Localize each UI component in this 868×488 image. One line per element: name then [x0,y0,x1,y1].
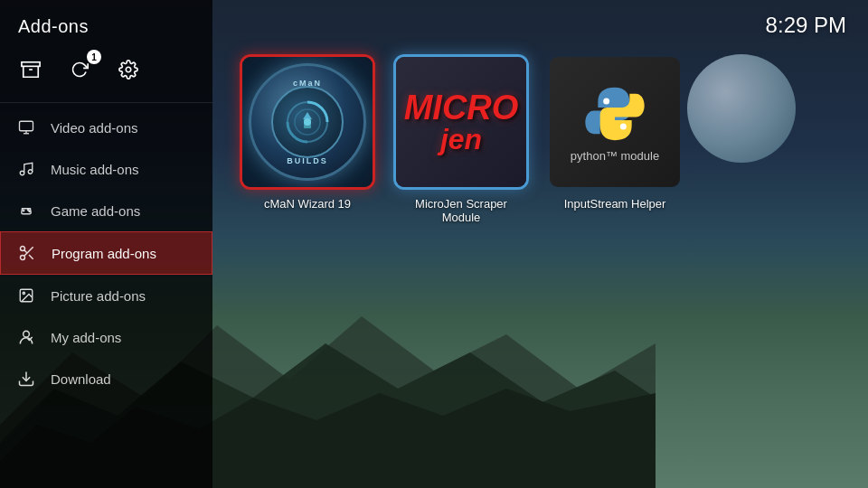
microjen-label: MicroJen ScraperModule [415,197,507,224]
program-addons-label: Program add-ons [52,246,156,261]
sidebar-toolbar: 1 [0,50,212,99]
sidebar: Add-ons 1 [0,0,212,488]
svg-point-10 [28,170,33,174]
sidebar-item-download[interactable]: Download [0,358,212,399]
music-icon [16,159,36,179]
game-addons-label: Game add-ons [51,203,140,219]
svg-point-22 [24,331,30,337]
clock: 8:29 PM [766,13,846,38]
cman-inner [271,86,344,158]
svg-point-16 [21,256,25,260]
sidebar-divider-1 [0,102,212,103]
sidebar-item-music-addons[interactable]: Music add-ons [0,148,212,190]
sidebar-item-program-addons[interactable]: Program add-ons [0,231,212,275]
my-addons-label: My add-ons [51,330,121,345]
addon-card-cman[interactable]: cMaN BUILDS [240,54,375,211]
microjen-text-micro: MICRO [404,90,519,125]
sidebar-item-picture-addons[interactable]: Picture add-ons [0,275,212,316]
download-label: Download [51,371,111,387]
picture-addons-label: Picture add-ons [51,288,146,304]
svg-line-18 [29,255,33,259]
page-title: Add-ons [0,0,212,50]
svg-line-19 [24,250,27,253]
program-icon [17,243,37,263]
game-icon [16,201,36,221]
svg-point-29 [603,98,609,104]
svg-marker-26 [303,112,312,119]
refresh-badge: 1 [87,50,101,64]
addon-card-inputstream[interactable]: python™ module InputStream Helper [547,54,683,211]
microjen-background: MICRO jen [396,57,526,187]
inputstream-label: InputStream Helper [564,197,666,211]
refresh-button[interactable]: 1 [63,53,96,86]
cman-label: cMaN Wizard 19 [264,197,351,211]
inputstream-background: python™ module [550,57,680,187]
sidebar-item-video-addons[interactable]: Video add-ons [0,107,212,148]
sidebar-item-my-addons[interactable]: My add-ons [0,316,212,358]
svg-rect-6 [20,121,33,131]
inputstream-thumbnail: python™ module [547,54,683,190]
cman-text-top: cMaN [293,79,322,88]
svg-point-9 [20,171,24,175]
cman-background: cMaN BUILDS [242,57,373,187]
svg-point-21 [23,292,24,294]
settings-button[interactable] [112,53,145,86]
svg-rect-3 [22,62,40,67]
sidebar-item-game-addons[interactable]: Game add-ons [0,190,212,231]
download-icon [16,369,36,389]
addon-card-microjen[interactable]: MICRO jen MicroJen ScraperModule [393,54,529,224]
video-addons-label: Video add-ons [51,120,137,136]
svg-point-28 [304,118,311,126]
microjen-text-jen: jen [440,125,482,154]
main-content: cMaN BUILDS [212,0,868,488]
svg-point-15 [21,247,25,251]
svg-point-30 [620,123,627,129]
my-addons-icon [16,327,36,347]
cman-text-bottom: BUILDS [287,156,328,165]
python-logo [583,82,646,145]
video-icon [16,117,36,137]
svg-point-5 [126,67,131,72]
python-module-label: python™ module [571,149,659,163]
microjen-thumbnail: MICRO jen [393,54,529,190]
cman-logo: cMaN BUILDS [249,63,366,181]
cman-thumbnail: cMaN BUILDS [240,54,375,190]
picture-icon [16,286,36,305]
music-addons-label: Music add-ons [51,162,139,177]
box-icon-button[interactable] [14,53,47,86]
